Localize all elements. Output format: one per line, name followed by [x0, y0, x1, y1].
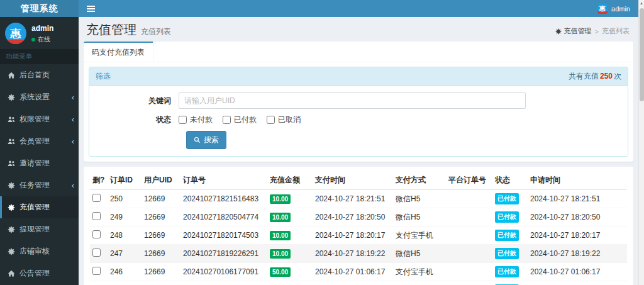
- cell-user-uid: 12669: [142, 263, 180, 281]
- cell-order-id: 248: [108, 226, 142, 245]
- chevron-left-icon: ‹: [72, 181, 74, 189]
- cell-order-no: 202410271821516483: [180, 190, 267, 208]
- navbar-user-menu[interactable]: 惠 admin: [594, 0, 634, 17]
- table-row: 246 12669 202410270106177091 50.00 2024-…: [90, 263, 627, 281]
- cell-pay-time: 2024-10-25 01:21:34: [313, 281, 393, 285]
- col-header-1: 订单ID: [108, 171, 142, 190]
- cell-pay-time: 2024-10-27 18:20:17: [313, 226, 393, 245]
- content-header: 充值管理充值列表 充值管理 > 充值列表: [84, 17, 633, 42]
- page-scrollbar[interactable]: ▲: [638, 0, 644, 285]
- row-checkbox[interactable]: [92, 230, 101, 238]
- chevron-left-icon: ‹: [72, 137, 74, 145]
- cell-amount: 10.00: [267, 190, 313, 208]
- filter-panel-title[interactable]: 筛选: [96, 71, 111, 82]
- cell-apply-time: 2024-10-27 01:06:17: [528, 263, 627, 281]
- amount-badge: 10.00: [270, 194, 291, 204]
- cell-order-id: 245: [108, 281, 142, 285]
- cell-select: [90, 245, 108, 263]
- breadcrumb: 充值管理 > 充值列表: [555, 26, 630, 36]
- status-checkbox-0[interactable]: [179, 116, 187, 124]
- status-option-2[interactable]: 已取消: [267, 115, 301, 125]
- status-badge: 已付款: [495, 266, 519, 277]
- status-option-1[interactable]: 已付款: [223, 115, 257, 125]
- cell-pay-time: 2024-10-27 18:20:50: [313, 208, 393, 226]
- cell-order-no: 202410271820174503: [180, 226, 267, 245]
- cogs-icon: [8, 182, 15, 189]
- table-row: 248 12669 202410271820174503 10.00 2024-…: [90, 226, 627, 245]
- sidebar-toggle-icon[interactable]: [79, 0, 103, 17]
- col-header-5: 支付时间: [313, 171, 393, 190]
- sidebar-item-2[interactable]: 权限管理 ‹: [0, 108, 79, 130]
- cell-apply-time: 2024-10-27 18:21:51: [528, 190, 627, 208]
- search-icon: [194, 137, 201, 143]
- users-icon: [8, 160, 15, 167]
- amount-badge: 10.00: [270, 231, 291, 240]
- sidebar-item-0[interactable]: 后台首页: [0, 64, 79, 86]
- filter-panel: 筛选 共有充值250次 关键词 状态 未付款已付款已取消: [89, 67, 628, 157]
- sidebar-item-4[interactable]: 邀请管理: [0, 152, 79, 174]
- recharge-table: 删?订单ID用户UID订单号充值金额支付时间支付方式平台订单号状态申请时间 25…: [90, 171, 627, 285]
- brand-logo[interactable]: 管理系统: [0, 0, 79, 17]
- sidebar-item-8[interactable]: 店铺审核: [0, 240, 79, 262]
- row-checkbox[interactable]: [92, 267, 101, 275]
- sidebar-item-5[interactable]: 任务管理 ‹: [0, 174, 79, 196]
- status-badge: 已付款: [495, 230, 519, 241]
- sidebar-item-7[interactable]: 提现管理: [0, 218, 79, 240]
- table-body: 250 12669 202410271821516483 10.00 2024-…: [90, 190, 627, 285]
- row-checkbox[interactable]: [92, 194, 101, 202]
- cell-order-id: 249: [108, 208, 142, 226]
- sidebar: 惠 admin 在线 功能菜单 后台首页 系统设置 ‹ 权限管理 ‹ 会员管理 …: [0, 17, 79, 285]
- sidebar-menu-header: 功能菜单: [0, 49, 79, 64]
- sidebar-item-3[interactable]: 会员管理 ‹: [0, 130, 79, 152]
- cell-select: [90, 281, 108, 285]
- sidebar-menu: 后台首页 系统设置 ‹ 权限管理 ‹ 会员管理 ‹ 邀请管理 任务管理 ‹ 充值…: [0, 64, 79, 285]
- status-checkbox-2[interactable]: [267, 116, 275, 124]
- col-header-6: 支付方式: [393, 171, 446, 190]
- row-checkbox[interactable]: [92, 249, 101, 257]
- navbar: 惠 admin: [79, 0, 644, 17]
- cell-pay-method: 微信H5: [393, 190, 446, 208]
- cogs-icon: [8, 94, 15, 101]
- cell-select: [90, 190, 108, 208]
- top-header: 管理系统 惠 admin: [0, 0, 644, 17]
- col-header-9: 申请时间: [528, 171, 627, 190]
- cell-order-no: 202410271820504774: [180, 208, 267, 226]
- home-icon: [8, 72, 15, 79]
- status-label: 状态: [96, 115, 179, 125]
- cell-pay-method: 支付宝手机: [393, 263, 446, 281]
- tab-nav: 码支付充值列表: [84, 42, 633, 62]
- table-row: 247 12669 202410271819226291 10.00 2024-…: [90, 245, 627, 263]
- breadcrumb-link[interactable]: 充值管理: [555, 26, 592, 36]
- sidebar-item-9[interactable]: 公告管理: [0, 262, 79, 284]
- sidebar-item-6[interactable]: 充值管理: [0, 196, 79, 218]
- sidebar-user-panel: 惠 admin 在线: [0, 17, 79, 49]
- col-header-0: 删?: [90, 171, 108, 190]
- cell-apply-time: 2024-10-27 18:19:22: [528, 245, 627, 263]
- amount-badge: 10.00: [270, 213, 291, 222]
- sidebar-item-1[interactable]: 系统设置 ‹: [0, 86, 79, 108]
- row-checkbox[interactable]: [92, 212, 101, 220]
- cell-select: [90, 263, 108, 281]
- status-checkbox-1[interactable]: [223, 116, 231, 124]
- cell-status: 已付款: [492, 226, 528, 245]
- scroll-up-icon[interactable]: ▲: [639, 0, 644, 7]
- col-header-3: 订单号: [180, 171, 267, 190]
- search-button[interactable]: 搜索: [186, 131, 226, 149]
- cell-order-no: 202410270106177091: [180, 263, 267, 281]
- cell-pay-method: 支付宝手机: [393, 226, 446, 245]
- tab-recharge-list[interactable]: 码支付充值列表: [84, 42, 153, 62]
- cell-status: 已付款: [492, 208, 528, 226]
- cell-user-uid: 12669: [142, 208, 180, 226]
- total-recharge-count: 共有充值250次: [569, 71, 621, 82]
- keyword-input[interactable]: [179, 92, 526, 109]
- col-header-7: 平台订单号: [446, 171, 492, 190]
- status-badge: 已付款: [495, 193, 519, 204]
- cell-pay-method: 微信H5: [393, 245, 446, 263]
- cell-order-id: 247: [108, 245, 142, 263]
- cell-pay-time: 2024-10-27 18:19:22: [313, 245, 393, 263]
- keyword-label: 关键词: [96, 96, 179, 106]
- cell-order-no: 202410271819226291: [180, 245, 267, 263]
- scrollbar-thumb[interactable]: [640, 8, 644, 101]
- total-count-value: 250: [599, 72, 614, 81]
- status-option-0[interactable]: 未付款: [179, 115, 213, 125]
